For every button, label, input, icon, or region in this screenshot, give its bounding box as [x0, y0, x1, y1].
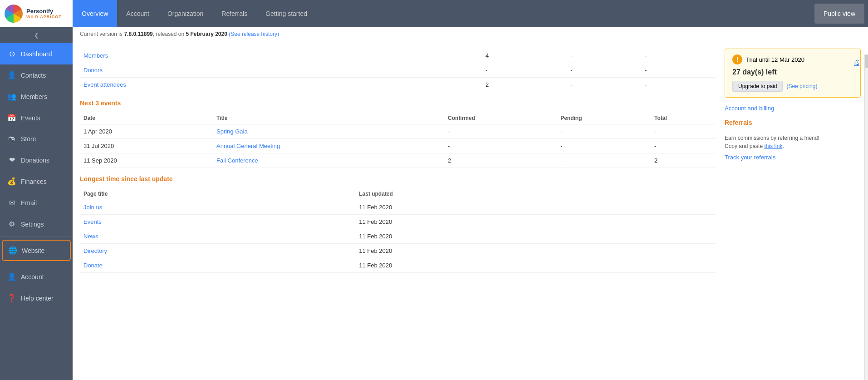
table-row: Events 11 Feb 2020 [80, 215, 716, 229]
track-referrals-link[interactable]: Track your referrals [725, 154, 775, 161]
referrals-section: Referrals Earn commissions by referring … [725, 119, 861, 161]
event1-title-cell: Spring Gala [213, 124, 444, 139]
sidebar-label-settings: Settings [21, 221, 44, 228]
donations-icon: ❤ [7, 156, 16, 164]
brand-sub: WILD APRiCOT [26, 15, 62, 20]
left-panel: Members 4 - - Donors - - - Event att [80, 49, 716, 373]
account-billing-link[interactable]: Account and billing [725, 105, 861, 112]
event3-pending: - [557, 153, 651, 168]
event2-link[interactable]: Annual General Meeting [216, 143, 280, 149]
news-link[interactable]: News [83, 233, 98, 240]
page4-title-cell: Directory [80, 244, 355, 258]
event1-date: 1 Apr 2020 [80, 124, 213, 139]
brand-name: Personify [26, 8, 62, 15]
directory-link[interactable]: Directory [83, 247, 107, 254]
referrals-description: Earn commissions by referring a friend! … [725, 134, 861, 150]
sidebar-item-contacts[interactable]: 👤 Contacts [0, 64, 73, 86]
tab-overview[interactable]: Overview [73, 0, 117, 27]
sidebar-item-help[interactable]: ❓ Help center [0, 287, 73, 309]
page2-date: 11 Feb 2020 [355, 215, 716, 229]
events-page-link[interactable]: Events [83, 218, 102, 225]
events-icon: 📅 [7, 114, 16, 122]
referrals-title: Referrals [725, 119, 861, 130]
sidebar-item-website[interactable]: 🌐 Website [2, 240, 71, 261]
scrollbar-thumb[interactable] [865, 54, 868, 68]
email-icon: ✉ [7, 198, 16, 207]
sidebar-label-members: Members [21, 93, 47, 100]
event2-total: - [651, 139, 716, 153]
donors-col3: - [567, 63, 641, 78]
release-history-link[interactable]: (See release history) [229, 31, 279, 37]
contact-summary-table: Members 4 - - Donors - - - Event att [80, 49, 716, 92]
event-attendees-link[interactable]: Event attendees [83, 81, 126, 88]
page4-date: 11 Feb 2020 [355, 244, 716, 258]
finances-icon: 💰 [7, 177, 16, 186]
col-confirmed: Confirmed [444, 112, 557, 124]
event1-confirmed: - [444, 124, 557, 139]
page1-date: 11 Feb 2020 [355, 200, 716, 215]
table-row: 11 Sep 2020 Fall Conference 2 - 2 [80, 153, 716, 168]
sidebar-item-settings[interactable]: ⚙ Settings [0, 213, 73, 235]
contacts-icon: 👤 [7, 71, 16, 79]
col-total: Total [651, 112, 716, 124]
right-panel: ! Trial until 12 Mar 2020 27 day(s) left… [725, 49, 861, 373]
public-view-button[interactable]: Public view [814, 4, 864, 24]
sidebar-divider-2 [0, 264, 73, 264]
sidebar: ❮ ⊙ Dashboard 👤 Contacts 👥 Members 📅 Eve… [0, 27, 73, 380]
member-col3: - [567, 49, 641, 63]
donors-col2: - [482, 63, 567, 78]
event2-pending: - [557, 139, 651, 153]
donate-link[interactable]: Donate [83, 262, 103, 269]
scrollbar[interactable] [864, 54, 868, 380]
page5-title-cell: Donate [80, 258, 355, 273]
table-row: 31 Jul 2020 Annual General Meeting - - - [80, 139, 716, 153]
sidebar-label-finances: Finances [21, 178, 47, 185]
table-row: News 11 Feb 2020 [80, 229, 716, 244]
member-link-cell: Members [80, 49, 482, 63]
sidebar-item-email[interactable]: ✉ Email [0, 192, 73, 213]
tab-account[interactable]: Account [117, 0, 158, 27]
event2-title-cell: Annual General Meeting [213, 139, 444, 153]
sidebar-item-donations[interactable]: ❤ Donations [0, 149, 73, 171]
sidebar-item-members[interactable]: 👥 Members [0, 86, 73, 107]
sidebar-label-store: Store [21, 135, 36, 143]
table-row: 1 Apr 2020 Spring Gala - - - [80, 124, 716, 139]
members-link[interactable]: Members [83, 52, 108, 59]
sidebar-item-store[interactable]: 🛍 Store [0, 128, 73, 149]
donors-link[interactable]: Donors [83, 67, 103, 74]
sidebar-item-dashboard[interactable]: ⊙ Dashboard [0, 43, 73, 64]
settings-icon: ⚙ [7, 220, 16, 228]
join-us-link[interactable]: Join us [83, 204, 102, 211]
sidebar-item-events[interactable]: 📅 Events [0, 107, 73, 128]
event1-total: - [651, 124, 716, 139]
referral-link[interactable]: this link [764, 143, 782, 149]
next-events-title: Next 3 events [80, 99, 716, 107]
event3-title-cell: Fall Conference [213, 153, 444, 168]
attendees-col2: 2 [482, 78, 567, 92]
tab-organization[interactable]: Organization [158, 0, 212, 27]
print-button[interactable]: 🖨 [853, 58, 861, 68]
pricing-link[interactable]: (See pricing) [786, 83, 817, 89]
sidebar-item-account[interactable]: 👤 Account [0, 266, 73, 287]
tab-referrals[interactable]: Referrals [212, 0, 256, 27]
upgrade-button[interactable]: Upgrade to paid [732, 81, 783, 92]
logo-area: Personify WILD APRiCOT [0, 0, 73, 27]
trial-days: 27 day(s) left [732, 68, 853, 76]
col-last-updated: Last updated [355, 188, 716, 200]
page5-date: 11 Feb 2020 [355, 258, 716, 273]
dashboard-icon: ⊙ [7, 49, 16, 58]
sidebar-label-account: Account [21, 273, 44, 281]
event3-date: 11 Sep 2020 [80, 153, 213, 168]
event3-link[interactable]: Fall Conference [216, 157, 258, 164]
release-date: 5 February 2020 [186, 31, 227, 37]
sidebar-collapse-button[interactable]: ❮ [0, 27, 73, 43]
event1-link[interactable]: Spring Gala [216, 128, 248, 135]
donors-link-cell: Donors [80, 63, 482, 78]
print-icon: 🖨 [853, 58, 861, 67]
trial-header: ! Trial until 12 Mar 2020 [732, 54, 853, 64]
tab-getting-started[interactable]: Getting started [256, 0, 316, 27]
sidebar-label-events: Events [21, 114, 40, 122]
longest-update-title: Longest time since last update [80, 175, 716, 183]
sidebar-item-finances[interactable]: 💰 Finances [0, 171, 73, 192]
warning-icon: ! [732, 54, 742, 64]
